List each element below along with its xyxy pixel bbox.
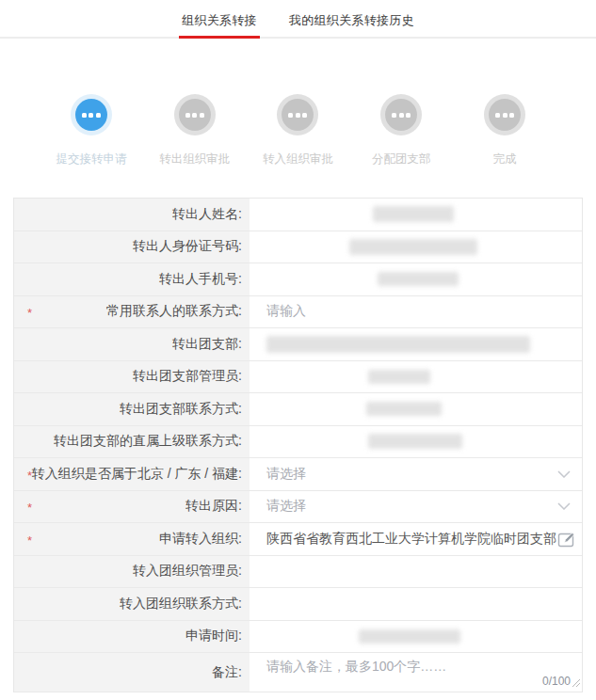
step-pending: 转出组织审批 xyxy=(143,99,247,167)
step-label: 转出组织审批 xyxy=(159,151,230,167)
step-ellipsis-icon xyxy=(75,99,107,131)
step-dot xyxy=(399,113,404,118)
field-label-text: 转出原因: xyxy=(185,498,242,515)
field-label: *转入组织是否属于北京 / 广东 / 福建: xyxy=(14,458,250,490)
form-row: 转出团支部联系方式: xyxy=(14,393,582,426)
field-label-text: 转出人手机号: xyxy=(159,271,242,288)
field-label-text: 申请转入组织: xyxy=(159,531,242,548)
step-pending: 分配团支部 xyxy=(349,99,453,167)
step-dot xyxy=(288,113,293,118)
field-label: 转出团支部联系方式: xyxy=(14,393,250,425)
char-counter: 0/100 xyxy=(542,675,571,688)
select-field[interactable]: 请选择 xyxy=(250,491,582,523)
step-ellipsis-icon xyxy=(282,99,314,131)
form-row: 转出团支部: xyxy=(14,328,582,361)
tab-organization-transfer[interactable]: 组织关系转接 xyxy=(179,12,260,37)
select-field[interactable]: 请选择 xyxy=(250,458,582,490)
step-label: 提交接转申请 xyxy=(56,151,126,167)
tab-my-transfer-history[interactable]: 我的组织关系转接历史 xyxy=(286,12,417,37)
form-row: 申请时间: xyxy=(14,621,582,654)
organization-transfer-page: 组织关系转接 我的组织关系转接历史 提交接转申请转出组织审批转入组织审批分配团支… xyxy=(0,0,596,700)
step-dot xyxy=(296,113,300,118)
redacted-value xyxy=(250,199,582,231)
step-dot xyxy=(200,113,204,118)
field-label: 转出团支部管理员: xyxy=(14,361,250,393)
redacted-blur-block xyxy=(368,370,430,384)
target-organization-field: 陕西省省教育西北工业大学计算机学院临时团支部 xyxy=(250,523,582,555)
field-value: 陕西省省教育西北工业大学计算机学院临时团支部 xyxy=(266,531,556,548)
input-placeholder: 请输入 xyxy=(266,303,306,320)
field-label: *转出原因: xyxy=(14,491,250,523)
field-label-text: 常用联系人的联系方式: xyxy=(106,303,242,320)
text-input[interactable]: 请输入 xyxy=(250,296,582,328)
redacted-blur-block xyxy=(378,272,459,286)
form-row: *申请转入组织:陕西省省教育西北工业大学计算机学院临时团支部 xyxy=(14,523,582,556)
empty-value xyxy=(250,556,582,588)
field-label-text: 转出团支部管理员: xyxy=(133,368,242,385)
field-label: 转出团支部的直属上级联系方式: xyxy=(14,426,250,458)
step-dot xyxy=(509,113,514,118)
textarea-placeholder: 请输入备注，最多100个字…… xyxy=(266,659,571,676)
tab-bar: 组织关系转接 我的组织关系转接历史 xyxy=(0,0,596,39)
redacted-value xyxy=(250,263,582,295)
select-placeholder: 请选择 xyxy=(266,498,306,515)
required-asterisk: * xyxy=(27,306,32,320)
step-dot xyxy=(192,113,197,118)
form-row: 转出人身份证号码: xyxy=(14,231,582,264)
form-row: *转出原因:请选择 xyxy=(14,491,582,524)
redacted-blur-block xyxy=(373,206,454,222)
empty-value xyxy=(250,588,582,620)
redacted-value xyxy=(250,426,582,458)
redacted-blur-block xyxy=(266,336,530,353)
remarks-textarea[interactable]: 请输入备注，最多100个字……0/100 xyxy=(250,653,582,692)
form-row: 转出人姓名: xyxy=(14,199,582,231)
step-label: 完成 xyxy=(493,151,517,167)
stepper: 提交接转申请转出组织审批转入组织审批分配团支部完成 xyxy=(40,99,556,167)
redacted-value xyxy=(250,393,582,425)
edit-icon[interactable] xyxy=(556,529,577,549)
field-label: *常用联系人的联系方式: xyxy=(14,296,250,328)
form-table: 转出人姓名:转出人身份证号码:转出人手机号:*常用联系人的联系方式:请输入转出团… xyxy=(13,198,583,692)
chevron-down-icon xyxy=(557,470,571,478)
field-label-text: 转入团组织联系方式: xyxy=(120,596,242,612)
field-label: 转出人手机号: xyxy=(14,263,250,295)
redacted-blur-block xyxy=(349,239,477,255)
field-label: 转入团组织管理员: xyxy=(14,556,250,588)
step-dot xyxy=(302,113,307,118)
step-label: 分配团支部 xyxy=(372,151,431,167)
step-dot xyxy=(96,113,101,118)
chevron-down-icon xyxy=(557,502,571,510)
redacted-value xyxy=(250,621,582,653)
field-label-text: 转出团支部: xyxy=(172,336,242,353)
field-label: 转入团组织联系方式: xyxy=(14,588,250,620)
step-ellipsis-icon xyxy=(385,99,417,131)
step-pending: 转入组织审批 xyxy=(247,99,350,167)
field-label-text: 转出团支部的直属上级联系方式: xyxy=(54,433,242,450)
redacted-blur-block xyxy=(368,434,462,449)
step-label: 转入组织审批 xyxy=(263,151,333,167)
form-row: 转出团支部管理员: xyxy=(14,361,582,394)
resize-handle-icon[interactable] xyxy=(571,676,581,691)
required-asterisk: * xyxy=(27,533,32,548)
field-label-text: 转出团支部联系方式: xyxy=(120,401,242,418)
field-label: *申请转入组织: xyxy=(14,523,250,555)
field-label-text: 申请时间: xyxy=(185,628,242,644)
field-label-text: 转出人姓名: xyxy=(172,206,242,223)
field-label: 转出人身份证号码: xyxy=(14,231,250,263)
form-row: 备注:请输入备注，最多100个字……0/100 xyxy=(14,653,582,692)
step-dot xyxy=(406,113,411,118)
field-label-text: 转入团组织管理员: xyxy=(133,563,242,580)
form-row: 转出人手机号: xyxy=(14,263,582,296)
step-current: 提交接转申请 xyxy=(40,99,143,167)
select-placeholder: 请选择 xyxy=(266,466,306,483)
step-dot xyxy=(82,113,87,118)
redacted-value xyxy=(250,231,582,263)
required-asterisk: * xyxy=(27,469,32,483)
redacted-value xyxy=(250,361,582,393)
form-row: 转出团支部的直属上级联系方式: xyxy=(14,426,582,459)
field-label: 申请时间: xyxy=(14,621,250,653)
form-row: 转入团组织联系方式: xyxy=(14,588,582,621)
step-dot xyxy=(392,113,396,118)
field-label-text: 转入组织是否属于北京 / 广东 / 福建: xyxy=(32,466,242,483)
redacted-value xyxy=(250,328,582,360)
